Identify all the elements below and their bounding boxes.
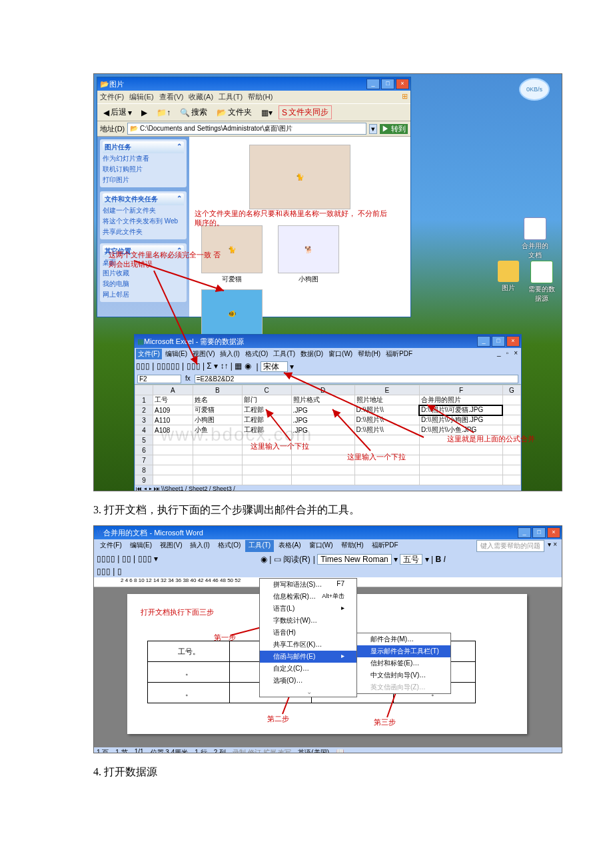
place-pictures[interactable]: 图片收藏 xyxy=(103,268,184,279)
word-toolbar-extra[interactable]: ▯▯▯ | ▯ xyxy=(97,567,122,576)
submenu-envelopes-labels[interactable]: 信封和标签(E)… xyxy=(357,657,450,669)
word-maximize-button[interactable]: □ xyxy=(532,527,546,538)
word-toolbar-read[interactable]: ◉ | ▭ 阅读(R) xyxy=(261,554,310,565)
col-E[interactable]: E xyxy=(354,385,419,395)
sync-button[interactable]: S 文件夹同步 xyxy=(279,105,332,119)
excel-menu-view[interactable]: 视图(V) xyxy=(191,349,217,359)
task-print[interactable]: 打印图片 xyxy=(103,175,184,185)
sheet-tabs[interactable]: ⏮ ◀ ▶ ⏭ \\Sheet1 / Sheet2 / Sheet3 / xyxy=(135,485,521,491)
word-minimize-button[interactable]: _ xyxy=(518,527,531,538)
col-G[interactable]: G xyxy=(502,385,520,395)
menu-language[interactable]: 语言(L) ▸ xyxy=(260,603,356,615)
word-menu-table[interactable]: 表格(A) xyxy=(275,540,304,552)
picture-tasks-header[interactable]: 图片任务⌃ xyxy=(103,141,184,153)
word-doc-close[interactable]: ▾ × xyxy=(546,540,559,552)
thumbnail-dog[interactable]: 🐕小狗图 xyxy=(275,225,342,284)
menu-view[interactable]: 查看(V) xyxy=(159,92,184,102)
views-button[interactable]: ▦▾ xyxy=(258,107,276,119)
place-desktop[interactable]: 桌面 xyxy=(103,257,184,268)
task-publish[interactable]: 将这个文件夹发布到 Web xyxy=(103,216,184,227)
menu-research[interactable]: 信息检索(R)… Alt+单击 xyxy=(260,591,356,603)
up-button[interactable]: 📁↑ xyxy=(153,107,174,119)
place-my-computer[interactable]: 我的电脑 xyxy=(103,279,184,289)
address-dropdown-icon[interactable]: ▾ xyxy=(369,124,377,134)
task-share[interactable]: 共享此文件夹 xyxy=(103,227,184,237)
col-C[interactable]: C xyxy=(242,385,291,395)
menu-options[interactable]: 选项(O)… xyxy=(260,675,356,687)
font-picker[interactable]: | 宋体 ▾ xyxy=(257,361,295,373)
submenu-show-merge-toolbar[interactable]: 显示邮件合并工具栏(T) xyxy=(357,645,450,657)
go-button[interactable]: ▶ 转到 xyxy=(380,124,408,134)
back-button[interactable]: ◀ 后退 ▾ xyxy=(100,105,135,119)
search-button[interactable]: 🔍 搜索 xyxy=(177,105,211,119)
menu-edit[interactable]: 编辑(E) xyxy=(129,92,154,102)
cell-F2[interactable]: D:\\照片\\可爱猫.JPG xyxy=(419,405,502,415)
word-menu-tools[interactable]: 工具(T) xyxy=(245,540,274,552)
menu-customize[interactable]: 自定义(C)… xyxy=(260,663,356,675)
excel-menu-help[interactable]: 帮助(H) xyxy=(356,349,382,359)
desktop-icon-doc[interactable]: 合并用的文档 xyxy=(519,217,551,260)
menu-speech[interactable]: 语音(H) xyxy=(260,627,356,639)
word-toolbar-std[interactable]: ▯▯▯▯ | ▯▯ | ▯▯▯ ▾ xyxy=(97,554,158,565)
formula-input[interactable]: =E2&B2&D2 xyxy=(195,375,518,383)
thumbnail-cat[interactable]: 🐈可爱猫 xyxy=(199,225,265,284)
fx-icon[interactable]: fx xyxy=(185,375,191,383)
place-network[interactable]: 网上邻居 xyxy=(103,289,184,300)
excel-menu-file[interactable]: 文件(F) xyxy=(136,349,162,359)
word-menu-view[interactable]: 视图(V) xyxy=(157,540,185,552)
menu-file[interactable]: 文件(F) xyxy=(100,92,124,102)
excel-grid[interactable]: A B C D E F G 1工号姓名部门照片格式照片地址合并用的照片 2A10… xyxy=(135,385,521,485)
maximize-button[interactable]: □ xyxy=(381,79,394,89)
col-A[interactable]: A xyxy=(153,385,193,395)
excel-maximize-button[interactable]: □ xyxy=(492,336,505,347)
excel-menu-tools[interactable]: 工具(T) xyxy=(271,349,297,359)
word-menu-format[interactable]: 格式(O) xyxy=(215,540,244,552)
excel-close-button[interactable]: × xyxy=(506,336,520,347)
submenu-chinese-envelope[interactable]: 中文信封向导(V)… xyxy=(357,669,450,681)
word-close-button[interactable]: × xyxy=(547,527,560,538)
menu-favorites[interactable]: 收藏(A) xyxy=(189,92,213,102)
thumbnail-large-cat[interactable]: 🐈 xyxy=(247,145,353,211)
menu-tools[interactable]: 工具(T) xyxy=(219,92,243,102)
excel-minimize-button[interactable]: _ xyxy=(477,336,490,347)
forward-button[interactable]: ▶ xyxy=(138,107,151,119)
menu-wordcount[interactable]: 字数统计(W)… xyxy=(260,615,356,627)
excel-menu-format[interactable]: 格式(O) xyxy=(243,349,270,359)
word-menu-window[interactable]: 窗口(W) xyxy=(306,540,336,552)
word-menu-file[interactable]: 文件(F) xyxy=(97,540,125,552)
help-search-input[interactable]: 键入需要帮助的问题 xyxy=(476,540,544,552)
excel-menu-foxitpdf[interactable]: 福昕PDF xyxy=(384,349,414,359)
word-font-picker[interactable]: | Times New Roman ▾ 五号 ▾ | B I xyxy=(313,554,446,565)
word-menu-foxitpdf[interactable]: 福昕PDF xyxy=(368,540,402,552)
col-F[interactable]: F xyxy=(419,385,502,395)
excel-menu-insert[interactable]: 插入(I) xyxy=(218,349,241,359)
minimize-button[interactable]: _ xyxy=(366,79,380,89)
word-menu-help[interactable]: 帮助(H) xyxy=(338,540,367,552)
menu-shared-workspace[interactable]: 共享工作区(K)… xyxy=(260,639,356,651)
menu-help[interactable]: 帮助(H) xyxy=(248,92,273,102)
select-all-button[interactable] xyxy=(135,385,153,395)
word-menu-edit[interactable]: 编辑(E) xyxy=(127,540,155,552)
menu-letters-mailings[interactable]: 信函与邮件(E) ▸ xyxy=(260,651,356,663)
desktop-icon-datasource[interactable]: 需要的数据源 xyxy=(526,261,558,303)
task-new-folder[interactable]: 创建一个新文件夹 xyxy=(103,205,184,216)
task-slideshow[interactable]: 作为幻灯片查看 xyxy=(103,153,184,164)
excel-doc-restore[interactable]: ▫ xyxy=(504,349,511,359)
col-B[interactable]: B xyxy=(193,385,242,395)
toolbar-icons[interactable]: ▯▯▯ | ▯▯▯▯▯ | ▯▯▯ | Σ ▾ ↕↑ | ▦ ◉ xyxy=(136,361,251,373)
excel-doc-minimize[interactable]: _ xyxy=(495,349,503,359)
excel-menu-data[interactable]: 数据(D) xyxy=(299,349,325,359)
folders-button[interactable]: 📂 文件夹 xyxy=(213,105,255,119)
menu-expand-icon[interactable]: ⌄ xyxy=(260,687,356,697)
other-places-header[interactable]: 其它位置⌃ xyxy=(103,245,184,257)
task-order-online[interactable]: 联机订购照片 xyxy=(103,164,184,175)
folder-tasks-header[interactable]: 文件和文件夹任务⌃ xyxy=(103,193,184,205)
excel-menu-edit[interactable]: 编辑(E) xyxy=(163,349,189,359)
desktop-icon-pictures[interactable]: 图片 xyxy=(492,261,524,293)
address-input[interactable]: 📂 C:\Documents and Settings\Administrato… xyxy=(127,123,366,135)
col-D[interactable]: D xyxy=(291,385,354,395)
word-menu-insert[interactable]: 插入(I) xyxy=(187,540,213,552)
menu-spelling[interactable]: 拼写和语法(S)… F7 xyxy=(260,579,356,591)
excel-menu-window[interactable]: 窗口(W) xyxy=(326,349,354,359)
submenu-mail-merge[interactable]: 邮件合并(M)… xyxy=(357,633,450,645)
